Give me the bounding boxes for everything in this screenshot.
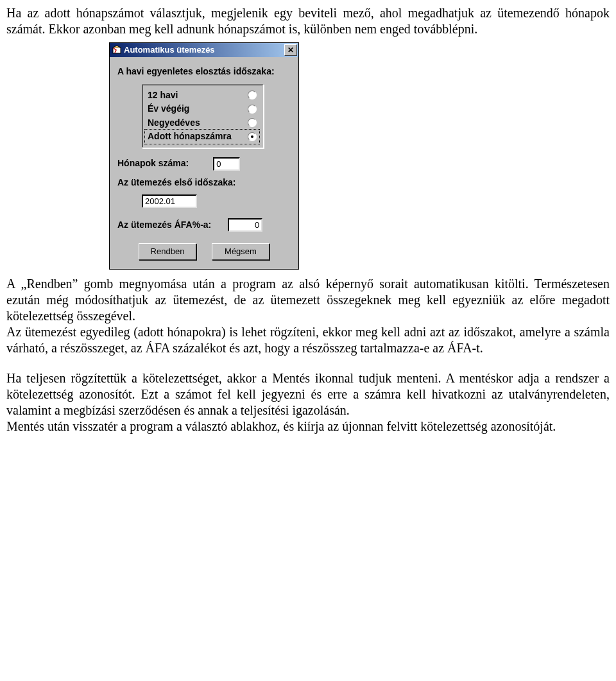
period-option-group: 12 havi Év végéig Negyedéves Adott hónap…: [142, 84, 264, 148]
first-period-input[interactable]: [142, 194, 197, 208]
option-label: Év végéig: [148, 103, 189, 115]
first-period-label: Az ütemezés első időszaka:: [117, 177, 291, 189]
option-label: 12 havi: [148, 90, 178, 101]
option-ev-vegeig[interactable]: Év végéig: [145, 102, 259, 116]
dialog-automatikus-utemezes: Automatikus ütemezés ✕ A havi egyenletes…: [109, 42, 299, 270]
body-paragraph-3: Ha teljesen rögzítettük a kötelezettsége…: [6, 370, 610, 435]
option-label: Adott hónapszámra: [148, 131, 232, 142]
body-paragraph-2: A „Rendben” gomb megnyomása után a progr…: [6, 276, 610, 356]
dialog-body: A havi egyenletes elosztás időszaka: 12 …: [110, 57, 298, 269]
months-input[interactable]: [213, 157, 240, 171]
radio-icon: [248, 105, 257, 114]
close-icon: ✕: [287, 46, 294, 54]
intro-paragraph-1: Ha az adott hónapszámot választjuk, megj…: [6, 5, 610, 37]
vat-input[interactable]: [228, 218, 262, 232]
radio-icon: [248, 91, 257, 99]
dialog-titlebar[interactable]: Automatikus ütemezés ✕: [110, 43, 298, 57]
radio-icon: [248, 118, 257, 127]
dialog-button-row: Rendben Mégsem: [117, 243, 291, 260]
radio-icon: [248, 132, 257, 141]
option-12-havi[interactable]: 12 havi: [145, 89, 259, 103]
close-button[interactable]: ✕: [284, 44, 297, 56]
option-negyedeves[interactable]: Negyedéves: [145, 116, 259, 130]
cancel-button[interactable]: Mégsem: [212, 243, 270, 260]
months-label: Hónapok száma:: [117, 158, 189, 169]
vat-row: Az ütemezés ÁFA%-a:: [117, 218, 291, 232]
option-label: Negyedéves: [148, 117, 200, 129]
months-row: Hónapok száma:: [117, 157, 291, 171]
dialog-icon: [112, 45, 122, 55]
option-adott-honapszamra[interactable]: Adott hónapszámra: [145, 130, 259, 144]
dialog-title: Automatikus ütemezés: [124, 45, 284, 55]
vat-label: Az ütemezés ÁFA%-a:: [117, 220, 211, 231]
ok-button[interactable]: Rendben: [139, 243, 196, 260]
period-heading: A havi egyenletes elosztás időszaka:: [117, 66, 291, 78]
